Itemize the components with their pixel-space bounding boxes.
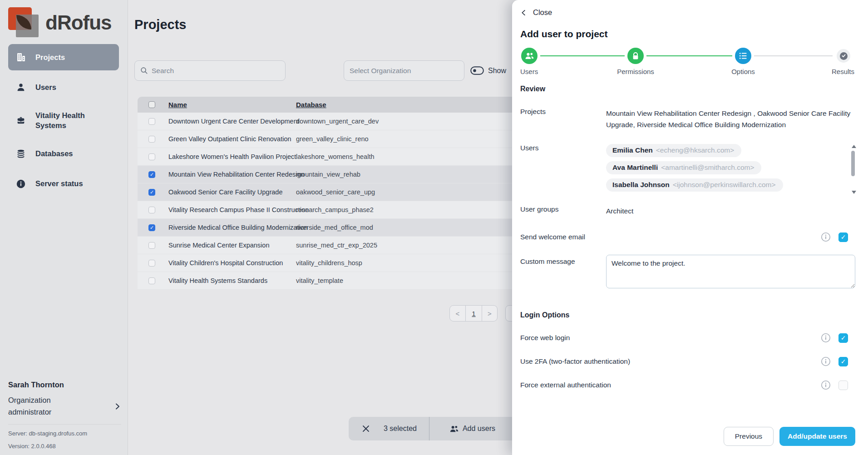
project-database-cell: mountain_view_rehab bbox=[296, 171, 546, 178]
user-name: Sarah Thornton bbox=[8, 381, 121, 389]
project-name-cell: Vitality Health Systems Standards bbox=[168, 277, 296, 284]
add-update-users-button[interactable]: Add/update users bbox=[779, 427, 855, 446]
custom-message-input[interactable]: Welcome to the project. bbox=[606, 255, 855, 288]
row-checkbox[interactable]: ✓ bbox=[148, 189, 155, 196]
users-icon bbox=[450, 425, 459, 433]
search-icon bbox=[140, 67, 148, 74]
login-option-row: Force external authentication bbox=[520, 380, 855, 390]
sidebar-item-server-status[interactable]: Server status bbox=[8, 171, 119, 197]
search-field bbox=[134, 60, 286, 81]
project-database-cell: vitality_template bbox=[296, 277, 546, 284]
project-name-cell: Riverside Medical Office Building Modern… bbox=[168, 224, 296, 231]
table-row[interactable]: Sunrise Medical Center Expansionsunrise_… bbox=[138, 237, 546, 254]
sidebar-item-label: Users bbox=[35, 82, 56, 92]
step-label-results: Results bbox=[832, 68, 854, 75]
table-row[interactable]: Vitality Children's Hospital Constructio… bbox=[138, 254, 546, 272]
current-page-button[interactable]: 1 bbox=[465, 306, 482, 321]
app-version: Version: 2.0.0.468 bbox=[8, 443, 121, 450]
info-icon[interactable] bbox=[821, 232, 831, 242]
login-option-checkbox[interactable]: ✓ bbox=[838, 357, 848, 366]
user-chip[interactable]: Emilia Chen <echeng@hksarch.com> bbox=[606, 144, 741, 157]
sidebar-item-users[interactable]: Users bbox=[8, 74, 119, 100]
step-connector bbox=[540, 55, 625, 56]
custom-message-row: Custom message Welcome to the project. bbox=[520, 255, 855, 288]
row-checkbox[interactable] bbox=[148, 277, 155, 284]
step-label-permissions: Permissions bbox=[617, 68, 654, 75]
search-input[interactable] bbox=[152, 67, 280, 75]
add-users-label: Add users bbox=[463, 425, 495, 433]
sidebar-user-section: Sarah Thornton Organization administrato… bbox=[8, 381, 121, 450]
chevron-left-icon bbox=[520, 9, 527, 16]
project-table-body: Downtown Urgent Care Center Developmentd… bbox=[138, 113, 546, 290]
sidebar-item-projects[interactable]: Projects bbox=[8, 44, 119, 70]
info-icon[interactable] bbox=[821, 356, 831, 366]
table-row[interactable]: Vitality Research Campus Phase II Constr… bbox=[138, 201, 546, 219]
step-options[interactable] bbox=[735, 48, 751, 64]
table-row[interactable]: ✓Oakwood Senior Care Facility Upgradeoak… bbox=[138, 183, 546, 201]
scrollbar-thumb[interactable] bbox=[851, 151, 855, 176]
user-chip-name: Isabella Johnson bbox=[612, 181, 670, 189]
project-name-cell: Vitality Research Campus Phase II Constr… bbox=[168, 206, 296, 213]
show-toggle[interactable]: Show bbox=[470, 66, 506, 75]
send-welcome-email-checkbox[interactable]: ✓ bbox=[838, 232, 848, 242]
table-row[interactable]: Green Valley Outpatient Clinic Renovatio… bbox=[138, 130, 546, 148]
row-checkbox[interactable]: ✓ bbox=[148, 171, 155, 178]
project-database-cell: lakeshore_womens_health bbox=[296, 153, 546, 160]
row-checkbox[interactable] bbox=[148, 207, 155, 213]
user-chip-email: <amartinelli@smitharch.com> bbox=[661, 163, 754, 172]
table-row[interactable]: Lakeshore Women's Health Pavilion Projec… bbox=[138, 148, 546, 166]
sidebar-item-databases[interactable]: Databases bbox=[8, 141, 119, 167]
user-chip[interactable]: Ava Martinelli <amartinelli@smitharch.co… bbox=[606, 161, 761, 174]
column-header-name[interactable]: Name bbox=[168, 101, 187, 109]
add-users-button[interactable]: Add users bbox=[450, 425, 495, 433]
login-option-checkbox[interactable]: ✓ bbox=[838, 333, 848, 343]
organization-select[interactable] bbox=[344, 60, 464, 81]
login-option-label: Force web login bbox=[520, 334, 570, 342]
table-row[interactable]: Downtown Urgent Care Center Developmentd… bbox=[138, 113, 546, 130]
sidebar-item-label: Projects bbox=[35, 52, 65, 62]
user-chip[interactable]: Isabella Johnson <ijohnson@perkinswillar… bbox=[606, 178, 783, 192]
table-row[interactable]: Vitality Health Systems Standardsvitalit… bbox=[138, 272, 546, 290]
next-page-button[interactable]: > bbox=[482, 306, 497, 321]
prev-page-button[interactable]: < bbox=[450, 306, 465, 321]
step-users[interactable] bbox=[521, 48, 538, 64]
user-role-row[interactable]: Organization administrator bbox=[8, 395, 121, 418]
login-option-label: Use 2FA (two-factor authentication) bbox=[520, 357, 630, 366]
login-option-checkbox[interactable] bbox=[838, 381, 848, 390]
scrollbar-up-button[interactable] bbox=[852, 145, 856, 148]
drofus-logo-text: dRofus bbox=[45, 11, 112, 34]
drawer-footer: Previous Add/update users bbox=[724, 427, 855, 446]
previous-button[interactable]: Previous bbox=[724, 427, 774, 446]
sidebar: dRofus Projects Users Vitality Health Sy… bbox=[0, 0, 128, 455]
sidebar-item-organization[interactable]: Vitality Health Systems bbox=[8, 104, 119, 137]
wizard-stepper: Users Permissions Options Results bbox=[520, 48, 855, 76]
review-groups-row: User groups Architect bbox=[520, 205, 855, 217]
select-all-checkbox[interactable] bbox=[148, 101, 155, 108]
clear-selection-button[interactable] bbox=[362, 425, 370, 433]
projects-value: Mountain View Rehabilitation Center Rede… bbox=[606, 108, 855, 130]
pagination: < 1 > bbox=[449, 305, 498, 321]
row-checkbox[interactable]: ✓ bbox=[148, 224, 155, 231]
users-scrollbar[interactable] bbox=[850, 144, 856, 195]
row-checkbox[interactable] bbox=[148, 260, 155, 267]
info-icon[interactable] bbox=[821, 333, 831, 343]
step-permissions[interactable] bbox=[627, 48, 644, 64]
step-connector bbox=[646, 55, 732, 56]
organization-input[interactable] bbox=[350, 67, 459, 75]
row-checkbox[interactable] bbox=[148, 153, 155, 160]
project-database-cell: vitality_childrens_hosp bbox=[296, 259, 546, 267]
step-results bbox=[837, 49, 850, 63]
add-user-drawer: Close Add user to project Users P bbox=[512, 0, 868, 455]
row-checkbox[interactable] bbox=[148, 136, 155, 143]
project-database-cell: sunrise_med_ctr_exp_2025 bbox=[296, 242, 546, 249]
row-checkbox[interactable] bbox=[148, 118, 155, 125]
row-checkbox[interactable] bbox=[148, 242, 155, 249]
scrollbar-down-button[interactable] bbox=[852, 191, 856, 194]
info-icon[interactable] bbox=[821, 380, 831, 390]
table-row[interactable]: ✓Mountain View Rehabilitation Center Red… bbox=[138, 166, 546, 183]
users-label: Users bbox=[520, 144, 606, 192]
table-row[interactable]: ✓Riverside Medical Office Building Moder… bbox=[138, 219, 546, 237]
close-button[interactable]: Close bbox=[520, 8, 855, 17]
column-header-database[interactable]: Database bbox=[296, 101, 326, 109]
project-database-cell: riverside_med_office_mod bbox=[296, 224, 546, 231]
